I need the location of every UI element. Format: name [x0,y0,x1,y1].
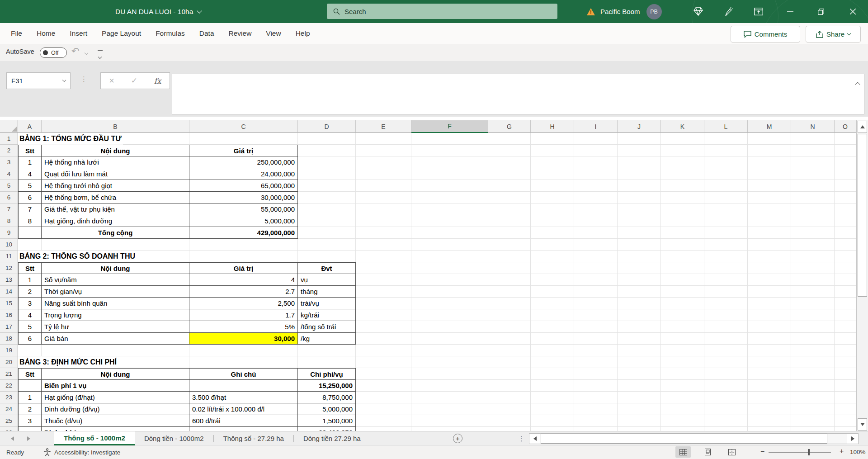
ribbon-tab-insert[interactable]: Insert [62,23,94,43]
row-header-12[interactable]: 12 [0,262,18,274]
cell-A17[interactable]: 5 [18,321,42,333]
cell-A4[interactable]: 4 [18,168,42,180]
ribbon-display-options-icon[interactable] [750,0,768,23]
cell-A13[interactable]: 1 [18,274,42,286]
column-header-K[interactable]: K [661,120,704,133]
insert-function-icon[interactable]: fx [154,76,161,85]
column-header-H[interactable]: H [531,120,574,133]
draw-pen-icon[interactable] [719,0,737,23]
ribbon-tab-data[interactable]: Data [192,23,222,43]
vertical-scroll-thumb[interactable] [858,134,867,297]
cell-A12[interactable]: Stt [18,262,42,274]
cell-A15[interactable]: 3 [18,298,42,309]
row-header-18[interactable]: 18 [0,333,18,345]
row-header-15[interactable]: 15 [0,298,18,309]
row-header-26[interactable]: 26 [0,427,18,431]
name-box[interactable]: F31 [6,72,71,89]
row-header-13[interactable]: 13 [0,274,18,286]
cell-A21[interactable]: Stt [18,368,42,380]
cell-B15[interactable]: Năng suất bình quân [42,298,189,309]
cell-C15[interactable]: 2,500 [189,298,298,309]
cell-B24[interactable]: Dinh dưỡng (đ/vụ) [42,403,189,415]
zoom-slider[interactable] [769,452,831,453]
spreadsheet-grid[interactable]: ABCDEFGHIJKLMNO1234567891011121314151617… [0,120,868,431]
cell-A1[interactable]: BẢNG 1: TỔNG MỨC ĐẦU TƯ [18,133,123,145]
cell-A9[interactable] [18,227,42,239]
cell-C14[interactable]: 2.7 [189,286,298,298]
formula-input[interactable] [172,74,864,114]
sheet-tab-d-ng-ti-n-27-29-ha[interactable]: Dòng tiền 27.29 ha [294,431,370,445]
cell-D13[interactable]: vụ [298,274,356,286]
cell-C4[interactable]: 24,000,000 [189,168,298,180]
cell-B16[interactable]: Trọng lượng [42,309,189,321]
cell-C13[interactable]: 4 [189,274,298,286]
row-header-3[interactable]: 3 [0,156,18,168]
cancel-icon[interactable]: × [109,76,114,86]
comments-button[interactable]: Comments [731,26,800,43]
ribbon-tab-view[interactable]: View [259,23,288,43]
row-header-23[interactable]: 23 [0,392,18,403]
sheet-tab-th-ng-s-1000m2[interactable]: Thông số - 1000m2 [54,431,135,445]
page-break-view-button[interactable] [724,446,740,458]
cell-D18[interactable]: /kg [298,333,356,345]
cell-A6[interactable]: 6 [18,192,42,203]
row-header-14[interactable]: 14 [0,286,18,298]
cell-C24[interactable]: 0.02 lít/trái x 100.000 đ/l [189,403,298,415]
minimize-button[interactable] [781,0,799,23]
cell-B6[interactable]: Hệ thống bơm, bể chứa [42,192,189,203]
tabbar-dots-icon[interactable]: ⋮ [518,435,525,443]
row-header-16[interactable]: 16 [0,309,18,321]
row-header-21[interactable]: 21 [0,368,18,380]
row-header-11[interactable]: 11 [0,251,18,262]
ribbon-tab-home[interactable]: Home [29,23,62,43]
row-header-25[interactable]: 25 [0,415,18,427]
row-header-20[interactable]: 20 [0,356,18,368]
cell-A11[interactable]: BẢNG 2: THÔNG SỐ DOANH THU [18,251,137,262]
cell-D24[interactable]: 5,000,000 [298,403,356,415]
column-header-N[interactable]: N [791,120,835,133]
cell-B14[interactable]: Thời gian/vụ [42,286,189,298]
horizontal-scroll-thumb[interactable] [541,434,827,444]
ribbon-tab-help[interactable]: Help [288,23,317,43]
cell-C26[interactable] [189,427,298,431]
sheet-tab-d-ng-ti-n-1000m2[interactable]: Dòng tiền - 1000m2 [135,431,213,445]
prev-sheet-icon[interactable] [11,436,14,441]
accessibility-icon[interactable] [43,448,51,456]
sheet-tab-th-ng-s-27-29-ha[interactable]: Thông số - 27.29 ha [214,431,293,445]
scroll-up-button[interactable] [858,121,867,133]
cell-A8[interactable]: 8 [18,215,42,227]
cell-D23[interactable]: 8,750,000 [298,392,356,403]
row-header-5[interactable]: 5 [0,180,18,192]
cell-A20[interactable]: BẢNG 3: ĐỊNH MỨC CHI PHÍ [18,356,118,368]
next-sheet-icon[interactable] [27,436,30,441]
cell-A18[interactable]: 6 [18,333,42,345]
premium-diamond-icon[interactable] [689,0,707,23]
cell-B2[interactable]: Nội dung [42,145,189,156]
cell-C8[interactable]: 5,000,000 [189,215,298,227]
cell-B13[interactable]: Số vụ/năm [42,274,189,286]
ribbon-tab-page-layout[interactable]: Page Layout [94,23,148,43]
column-header-I[interactable]: I [574,120,618,133]
cell-B12[interactable]: Nội dung [42,262,189,274]
cell-C6[interactable]: 30,000,000 [189,192,298,203]
vertical-scrollbar[interactable] [856,120,868,431]
column-header-L[interactable]: L [704,120,748,133]
search-input[interactable]: Search [327,4,557,19]
cell-D12[interactable]: Đvt [298,262,356,274]
enter-icon[interactable]: ✓ [131,76,137,85]
restore-button[interactable] [812,0,830,23]
cell-C2[interactable]: Giá trị [189,145,298,156]
cell-D14[interactable]: tháng [298,286,356,298]
cell-C16[interactable]: 1.7 [189,309,298,321]
row-header-4[interactable]: 4 [0,168,18,180]
avatar[interactable]: PB [646,4,662,19]
cell-B23[interactable]: Hạt giống (đ/hạt) [42,392,189,403]
cell-B7[interactable]: Giá thể, vật tư phụ kiện [42,203,189,215]
row-header-17[interactable]: 17 [0,321,18,333]
cell-A24[interactable]: 2 [18,403,42,415]
cell-B26[interactable]: Định phí 1 vụ [42,427,189,431]
scroll-down-button[interactable] [858,418,867,431]
row-header-9[interactable]: 9 [0,227,18,239]
cell-B9[interactable]: Tổng cộng [42,227,189,239]
cell-C5[interactable]: 65,000,000 [189,180,298,192]
